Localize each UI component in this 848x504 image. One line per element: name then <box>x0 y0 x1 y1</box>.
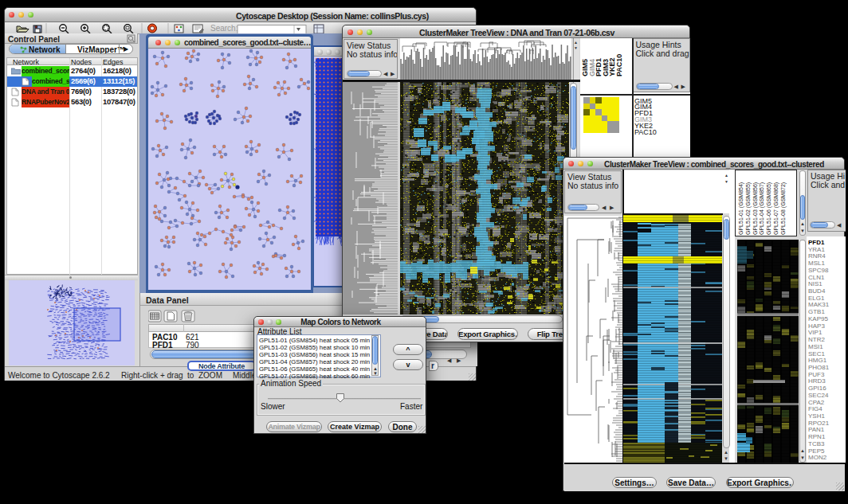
svg-text:Search:: Search: <box>210 24 238 33</box>
